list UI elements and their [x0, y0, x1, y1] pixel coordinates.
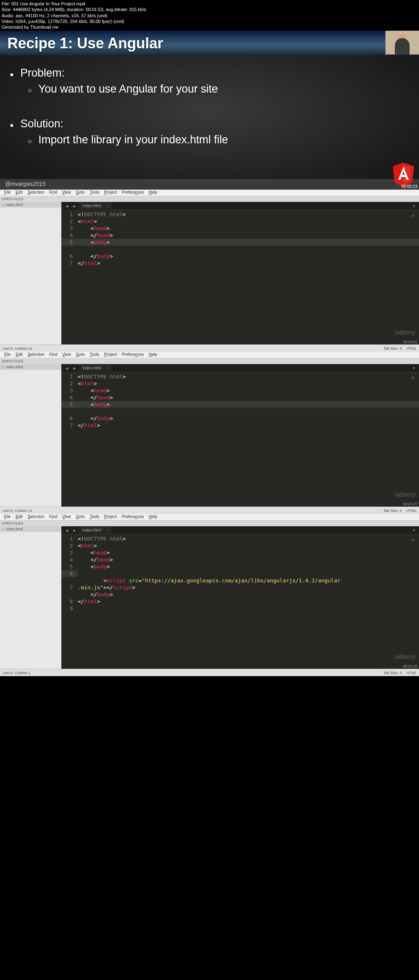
code-editor[interactable]: ◄ ► index.html × ▾ ◉ 1 2 3 4 5 6 7 8 9 <… — [61, 526, 419, 669]
menu-view[interactable]: View — [60, 190, 74, 195]
twitter-handle: @mvargas2015 — [0, 179, 419, 190]
slide-body: Problem: You want to use Angular for you… — [0, 55, 419, 179]
tab-dropdown-icon[interactable]: ▾ — [410, 366, 417, 370]
editor-frame-2: File Edit Selection Find View Goto Tools… — [0, 352, 419, 514]
line-numbers: 1 2 3 4 5 6 7 — [61, 211, 78, 267]
code-content[interactable]: ◉ 1 2 3 4 5 6 7 8 9 <!DOCTYPE html> <htm… — [61, 534, 419, 612]
menu-selection[interactable]: Selection — [25, 514, 47, 520]
tab-size[interactable]: Tab Size: 4 — [383, 346, 402, 351]
menu-goto[interactable]: Goto — [73, 514, 87, 520]
presenter-body — [395, 38, 410, 54]
file-tab[interactable]: index.html × — [79, 527, 113, 534]
menu-goto[interactable]: Goto — [73, 352, 87, 358]
tab-dropdown-icon[interactable]: ▾ — [410, 204, 417, 208]
tab-close-icon[interactable]: × — [106, 528, 108, 532]
status-bar: Line 5, Column 11 Tab Size: 4 HTML — [0, 344, 419, 352]
sidebar-file-item[interactable]: × index.html — [0, 526, 61, 532]
code-lines[interactable]: <!DOCTYPE html> <html> <head> </head> <b… — [78, 373, 419, 429]
lang-mode[interactable]: HTML — [407, 346, 417, 351]
meta-size: Size: 4446802 bytes (4.24 MiB), duration… — [2, 7, 417, 12]
close-file-icon[interactable]: × — [2, 527, 5, 531]
tab-close-icon[interactable]: × — [106, 204, 108, 208]
line-numbers: 1 2 3 4 5 6 7 — [61, 373, 78, 429]
nav-back-icon[interactable]: ◄ — [63, 366, 71, 371]
meta-gen: Generated by Thumbnail me — [2, 24, 417, 30]
menu-edit[interactable]: Edit — [13, 352, 25, 358]
menu-project[interactable]: Project — [102, 352, 119, 358]
udemy-watermark: udemy — [394, 491, 416, 498]
cursor-position: Line 6, Column 1 — [2, 671, 30, 675]
menu-preferences[interactable]: Preferences — [119, 190, 146, 195]
code-lines[interactable]: <!DOCTYPE html> <html> <head> </head> <b… — [78, 211, 419, 267]
menu-bar[interactable]: File Edit Selection Find View Goto Tools… — [0, 190, 419, 196]
code-editor[interactable]: ◄ ► index.html × ▾ ◉ 1 2 3 4 5 6 7 <!DOC… — [61, 202, 419, 344]
menu-find[interactable]: Find — [47, 352, 60, 358]
menu-selection[interactable]: Selection — [25, 352, 47, 358]
menu-file[interactable]: File — [2, 514, 13, 520]
sidebar-file-item[interactable]: × index.html — [0, 364, 61, 370]
menu-file[interactable]: File — [2, 352, 13, 358]
sidebar-file-name: index.html — [6, 527, 23, 531]
menu-tools[interactable]: Tools — [87, 514, 101, 520]
nav-back-icon[interactable]: ◄ — [63, 528, 71, 533]
nav-back-icon[interactable]: ◄ — [63, 204, 71, 208]
frame-timestamp: 00:01:07 — [403, 502, 417, 506]
slide-header: Recipe 1: Use Angular — [0, 31, 419, 55]
lang-mode[interactable]: HTML — [407, 509, 417, 513]
menu-find[interactable]: Find — [47, 190, 60, 195]
menu-selection[interactable]: Selection — [25, 190, 47, 195]
lang-mode[interactable]: HTML — [407, 671, 417, 675]
menu-file[interactable]: File — [2, 190, 13, 195]
sidebar-file-name: index.html — [6, 203, 23, 207]
udemy-watermark: udemy — [394, 653, 416, 661]
menu-tools[interactable]: Tools — [87, 190, 101, 195]
menu-view[interactable]: View — [60, 352, 74, 358]
file-tab[interactable]: index.html × — [79, 202, 113, 209]
minimap-icon[interactable]: ◉ — [411, 374, 414, 381]
close-file-icon[interactable]: × — [2, 203, 5, 207]
menu-bar[interactable]: File Edit Selection Find View Goto Tools… — [0, 514, 419, 521]
sidebar-file-item[interactable]: × index.html — [0, 202, 61, 208]
menu-goto[interactable]: Goto — [73, 190, 87, 195]
editor-sidebar[interactable]: × index.html — [0, 364, 61, 507]
tab-dropdown-icon[interactable]: ▾ — [410, 528, 417, 532]
tab-close-icon[interactable]: × — [106, 366, 108, 370]
bullet-problem-text: You want to use Angular for your site — [28, 83, 409, 95]
close-file-icon[interactable]: × — [2, 365, 5, 369]
menu-bar[interactable]: File Edit Selection Find View Goto Tools… — [0, 352, 419, 358]
cursor-position: Line 5, Column 11 — [2, 346, 32, 351]
minimap-icon[interactable]: ◉ — [411, 212, 414, 219]
menu-help[interactable]: Help — [146, 514, 160, 520]
menu-find[interactable]: Find — [47, 514, 60, 520]
code-content[interactable]: ◉ 1 2 3 4 5 6 7 <!DOCTYPE html> <html> <… — [61, 372, 419, 429]
line-numbers: 1 2 3 4 5 6 7 8 9 — [61, 535, 78, 612]
tab-size[interactable]: Tab Size: 4 — [383, 671, 402, 675]
frame-timestamp: 00:01:25 — [403, 664, 417, 668]
code-editor[interactable]: ◄ ► index.html × ▾ ◉ 1 2 3 4 5 6 7 <!DOC… — [61, 364, 419, 507]
code-lines[interactable]: <!DOCTYPE html> <html> <head> </head> <b… — [78, 535, 419, 612]
nav-fwd-icon[interactable]: ► — [71, 528, 79, 533]
meta-audio: Audio: aac, 44100 Hz, 2 channels, s16, 5… — [2, 13, 417, 18]
menu-project[interactable]: Project — [102, 514, 119, 520]
file-tab[interactable]: index.html × — [79, 364, 113, 371]
tab-bar: ◄ ► index.html × ▾ — [61, 364, 419, 372]
nav-fwd-icon[interactable]: ► — [71, 204, 79, 208]
tab-size[interactable]: Tab Size: 4 — [383, 509, 402, 513]
menu-preferences[interactable]: Preferences — [119, 352, 146, 358]
nav-fwd-icon[interactable]: ► — [71, 366, 79, 371]
cursor-position: Line 5, Column 11 — [2, 509, 32, 513]
meta-video: Video: h264, yuv420p, 1278x720, 254 kb/s… — [2, 18, 417, 24]
menu-edit[interactable]: Edit — [13, 514, 25, 520]
editor-sidebar[interactable]: × index.html — [0, 202, 61, 344]
editor-frame-1: File Edit Selection Find View Goto Tools… — [0, 190, 419, 352]
menu-help[interactable]: Help — [146, 352, 160, 358]
menu-view[interactable]: View — [60, 514, 74, 520]
minimap-icon[interactable]: ◉ — [411, 536, 414, 543]
menu-edit[interactable]: Edit — [13, 190, 25, 195]
menu-help[interactable]: Help — [146, 190, 160, 195]
menu-tools[interactable]: Tools — [87, 352, 101, 358]
menu-project[interactable]: Project — [102, 190, 119, 195]
code-content[interactable]: ◉ 1 2 3 4 5 6 7 <!DOCTYPE html> <html> <… — [61, 210, 419, 267]
menu-preferences[interactable]: Preferences — [119, 514, 146, 520]
editor-sidebar[interactable]: × index.html — [0, 526, 61, 669]
